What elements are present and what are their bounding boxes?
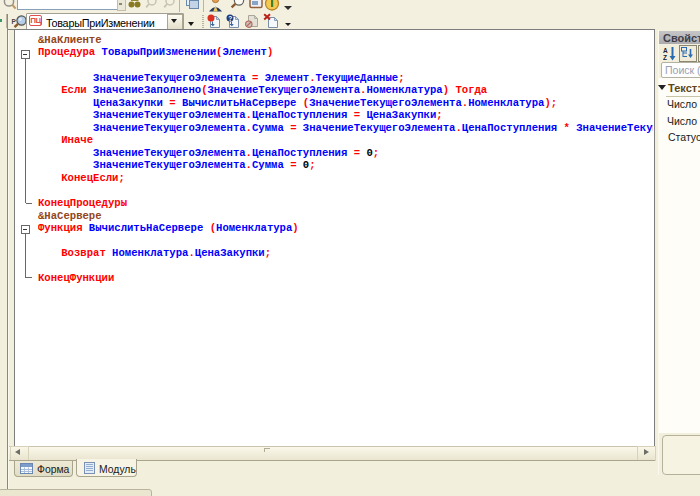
svg-text:Z: Z: [663, 54, 667, 61]
svg-text:?: ?: [228, 15, 232, 22]
svg-text:P: P: [12, 18, 17, 25]
svg-text:A: A: [663, 47, 668, 54]
